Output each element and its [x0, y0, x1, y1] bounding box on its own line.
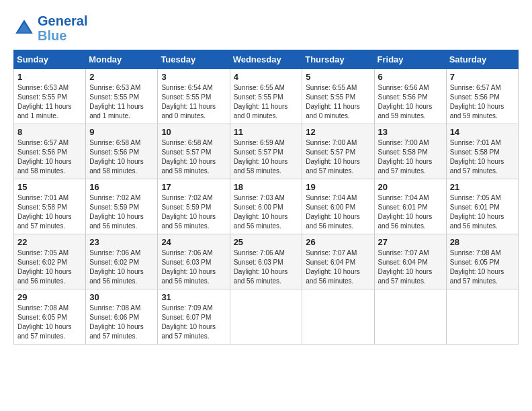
day-info: Sunrise: 7:01 AM Sunset: 5:58 PM Dayligh…	[17, 193, 82, 231]
calendar-cell: 16 Sunrise: 7:02 AM Sunset: 5:59 PM Dayl…	[86, 179, 158, 234]
day-number: 24	[161, 237, 226, 247]
day-info: Sunrise: 7:06 AM Sunset: 6:03 PM Dayligh…	[161, 248, 226, 286]
calendar-cell: 1 Sunrise: 6:53 AM Sunset: 5:55 PM Dayli…	[14, 69, 86, 124]
day-number: 30	[89, 292, 154, 302]
calendar-cell: 29 Sunrise: 7:08 AM Sunset: 6:05 PM Dayl…	[14, 289, 86, 345]
calendar-cell	[230, 289, 302, 345]
day-info: Sunrise: 7:03 AM Sunset: 6:00 PM Dayligh…	[234, 193, 299, 231]
day-header-friday: Friday	[374, 50, 446, 69]
day-number: 26	[306, 237, 370, 247]
day-number: 13	[378, 127, 443, 137]
calendar-cell: 22 Sunrise: 7:05 AM Sunset: 6:02 PM Dayl…	[14, 234, 86, 289]
day-info: Sunrise: 6:58 AM Sunset: 5:57 PM Dayligh…	[161, 138, 226, 176]
day-info: Sunrise: 7:08 AM Sunset: 6:06 PM Dayligh…	[89, 304, 154, 341]
day-number: 29	[17, 292, 82, 302]
calendar-week-4: 22 Sunrise: 7:05 AM Sunset: 6:02 PM Dayl…	[14, 234, 519, 289]
calendar-cell: 23 Sunrise: 7:06 AM Sunset: 6:02 PM Dayl…	[86, 234, 158, 289]
day-info: Sunrise: 7:04 AM Sunset: 6:01 PM Dayligh…	[378, 193, 443, 231]
calendar-cell: 17 Sunrise: 7:02 AM Sunset: 5:59 PM Dayl…	[158, 179, 230, 234]
day-number: 7	[450, 72, 515, 82]
logo-icon	[13, 17, 35, 39]
calendar-cell: 31 Sunrise: 7:09 AM Sunset: 6:07 PM Dayl…	[158, 289, 230, 345]
calendar-week-3: 15 Sunrise: 7:01 AM Sunset: 5:58 PM Dayl…	[14, 179, 519, 234]
day-info: Sunrise: 7:01 AM Sunset: 5:58 PM Dayligh…	[450, 138, 515, 176]
calendar-header-row: SundayMondayTuesdayWednesdayThursdayFrid…	[14, 50, 519, 69]
day-number: 22	[17, 237, 82, 247]
day-number: 23	[89, 237, 154, 247]
calendar-cell	[302, 289, 374, 345]
calendar-cell: 11 Sunrise: 6:59 AM Sunset: 5:57 PM Dayl…	[230, 124, 302, 179]
day-number: 15	[17, 182, 82, 192]
day-info: Sunrise: 6:55 AM Sunset: 5:55 PM Dayligh…	[306, 83, 370, 121]
calendar-cell: 26 Sunrise: 7:07 AM Sunset: 6:04 PM Dayl…	[302, 234, 374, 289]
day-number: 10	[161, 127, 226, 137]
calendar: SundayMondayTuesdayWednesdayThursdayFrid…	[13, 50, 519, 345]
day-header-sunday: Sunday	[14, 50, 86, 69]
day-number: 5	[306, 72, 370, 82]
calendar-cell: 13 Sunrise: 7:00 AM Sunset: 5:58 PM Dayl…	[374, 124, 446, 179]
calendar-cell: 5 Sunrise: 6:55 AM Sunset: 5:55 PM Dayli…	[302, 69, 374, 124]
day-number: 16	[89, 182, 154, 192]
day-info: Sunrise: 6:58 AM Sunset: 5:56 PM Dayligh…	[89, 138, 154, 176]
day-info: Sunrise: 7:07 AM Sunset: 6:04 PM Dayligh…	[306, 248, 370, 286]
day-info: Sunrise: 6:57 AM Sunset: 5:56 PM Dayligh…	[450, 83, 515, 121]
day-number: 14	[450, 127, 515, 137]
day-number: 21	[450, 182, 515, 192]
day-number: 27	[378, 237, 443, 247]
day-info: Sunrise: 7:08 AM Sunset: 6:05 PM Dayligh…	[450, 248, 515, 286]
day-info: Sunrise: 7:02 AM Sunset: 5:59 PM Dayligh…	[89, 193, 154, 231]
calendar-week-5: 29 Sunrise: 7:08 AM Sunset: 6:05 PM Dayl…	[14, 289, 519, 345]
calendar-cell: 27 Sunrise: 7:07 AM Sunset: 6:04 PM Dayl…	[374, 234, 446, 289]
day-number: 3	[161, 72, 226, 82]
day-info: Sunrise: 7:05 AM Sunset: 6:02 PM Dayligh…	[17, 248, 82, 286]
calendar-cell: 14 Sunrise: 7:01 AM Sunset: 5:58 PM Dayl…	[446, 124, 518, 179]
calendar-cell: 2 Sunrise: 6:53 AM Sunset: 5:55 PM Dayli…	[86, 69, 158, 124]
calendar-cell: 8 Sunrise: 6:57 AM Sunset: 5:56 PM Dayli…	[14, 124, 86, 179]
day-info: Sunrise: 7:06 AM Sunset: 6:02 PM Dayligh…	[89, 248, 154, 286]
day-number: 8	[17, 127, 82, 137]
day-number: 20	[378, 182, 443, 192]
calendar-cell: 18 Sunrise: 7:03 AM Sunset: 6:00 PM Dayl…	[230, 179, 302, 234]
day-number: 31	[161, 292, 226, 302]
logo-text: General Blue	[38, 13, 87, 43]
day-header-thursday: Thursday	[302, 50, 374, 69]
logo: General Blue	[13, 13, 87, 43]
calendar-cell: 15 Sunrise: 7:01 AM Sunset: 5:58 PM Dayl…	[14, 179, 86, 234]
calendar-cell: 28 Sunrise: 7:08 AM Sunset: 6:05 PM Dayl…	[446, 234, 518, 289]
calendar-cell: 21 Sunrise: 7:05 AM Sunset: 6:01 PM Dayl…	[446, 179, 518, 234]
calendar-cell: 7 Sunrise: 6:57 AM Sunset: 5:56 PM Dayli…	[446, 69, 518, 124]
calendar-cell: 3 Sunrise: 6:54 AM Sunset: 5:55 PM Dayli…	[158, 69, 230, 124]
day-info: Sunrise: 6:59 AM Sunset: 5:57 PM Dayligh…	[234, 138, 299, 176]
day-info: Sunrise: 6:57 AM Sunset: 5:56 PM Dayligh…	[17, 138, 82, 176]
calendar-cell: 4 Sunrise: 6:55 AM Sunset: 5:55 PM Dayli…	[230, 69, 302, 124]
day-header-monday: Monday	[86, 50, 158, 69]
day-info: Sunrise: 6:56 AM Sunset: 5:56 PM Dayligh…	[378, 83, 443, 121]
day-header-tuesday: Tuesday	[158, 50, 230, 69]
calendar-cell: 12 Sunrise: 7:00 AM Sunset: 5:57 PM Dayl…	[302, 124, 374, 179]
calendar-cell: 20 Sunrise: 7:04 AM Sunset: 6:01 PM Dayl…	[374, 179, 446, 234]
calendar-cell	[446, 289, 518, 345]
day-info: Sunrise: 6:55 AM Sunset: 5:55 PM Dayligh…	[234, 83, 299, 121]
day-info: Sunrise: 7:07 AM Sunset: 6:04 PM Dayligh…	[378, 248, 443, 286]
day-info: Sunrise: 7:00 AM Sunset: 5:57 PM Dayligh…	[306, 138, 370, 176]
day-info: Sunrise: 7:09 AM Sunset: 6:07 PM Dayligh…	[161, 304, 226, 341]
calendar-cell: 25 Sunrise: 7:06 AM Sunset: 6:03 PM Dayl…	[230, 234, 302, 289]
day-header-wednesday: Wednesday	[230, 50, 302, 69]
day-number: 6	[378, 72, 443, 82]
calendar-week-2: 8 Sunrise: 6:57 AM Sunset: 5:56 PM Dayli…	[14, 124, 519, 179]
day-info: Sunrise: 7:02 AM Sunset: 5:59 PM Dayligh…	[161, 193, 226, 231]
day-number: 11	[234, 127, 299, 137]
calendar-cell: 24 Sunrise: 7:06 AM Sunset: 6:03 PM Dayl…	[158, 234, 230, 289]
calendar-cell: 30 Sunrise: 7:08 AM Sunset: 6:06 PM Dayl…	[86, 289, 158, 345]
day-info: Sunrise: 6:54 AM Sunset: 5:55 PM Dayligh…	[161, 83, 226, 121]
day-info: Sunrise: 7:00 AM Sunset: 5:58 PM Dayligh…	[378, 138, 443, 176]
day-info: Sunrise: 7:08 AM Sunset: 6:05 PM Dayligh…	[17, 304, 82, 341]
day-info: Sunrise: 6:53 AM Sunset: 5:55 PM Dayligh…	[89, 83, 154, 121]
day-number: 19	[306, 182, 370, 192]
day-number: 18	[234, 182, 299, 192]
day-number: 12	[306, 127, 370, 137]
calendar-cell: 9 Sunrise: 6:58 AM Sunset: 5:56 PM Dayli…	[86, 124, 158, 179]
day-number: 1	[17, 72, 82, 82]
day-number: 2	[89, 72, 154, 82]
day-number: 25	[234, 237, 299, 247]
